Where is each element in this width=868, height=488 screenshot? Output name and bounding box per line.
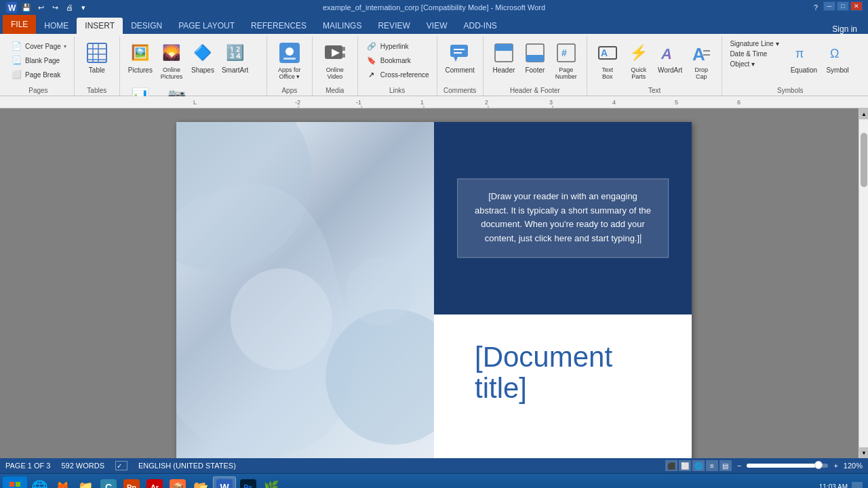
zoom-minus[interactable]: − [737,462,741,470]
zoom-bar[interactable] [747,464,828,468]
taskbar-app6[interactable]: 📦 [167,476,189,489]
page-number-button[interactable]: # PageNumber [551,39,581,81]
cover-page-button[interactable]: 📄 Cover Page ▾ [8,39,68,53]
customize-button[interactable]: ▾ [77,1,90,14]
tab-design[interactable]: DESIGN [123,18,170,34]
online-video-label: OnlineVideo [326,66,344,80]
signature-line-button[interactable]: Signature Line ▾ [728,39,781,48]
taskbar-acrobat[interactable]: Ar [144,476,165,489]
svg-text:-1: -1 [356,99,361,106]
hyperlink-label: Hyperlink [380,43,409,50]
ps-icon: Ps [240,479,256,489]
date-time-button[interactable]: Date & Time [728,49,781,58]
sign-in-button[interactable]: Sign in [824,24,865,34]
footer-button[interactable]: Footer [520,39,550,75]
svg-text:✓: ✓ [117,462,122,470]
view-draft[interactable]: ▤ [719,460,732,471]
maximize-button[interactable]: □ [837,1,849,11]
decoration-circle-4 [346,258,414,325]
zoom-plus[interactable]: + [833,462,837,470]
taskbar-firefox[interactable]: 🦊 [52,476,73,489]
page-break-button[interactable]: ⬜ Page Break [8,68,68,81]
view-print-layout[interactable]: ⬛ [665,460,677,471]
show-desktop-button[interactable] [852,482,863,489]
object-button[interactable]: Object ▾ [728,60,781,68]
table-button[interactable]: Table [80,39,114,75]
close-button[interactable]: ✕ [850,1,863,11]
equation-button[interactable]: π Equation [788,39,820,75]
quick-parts-button[interactable]: ⚡ QuickParts [624,39,654,81]
tab-home[interactable]: HOME [36,18,77,34]
shapes-button[interactable]: 🔷 Shapes [188,39,218,75]
pictures-button[interactable]: 🖼️ Pictures [125,39,155,75]
taskbar-folder[interactable]: 📁 [75,476,96,489]
svg-text:1: 1 [420,99,424,106]
zoom-slider[interactable] [814,461,823,469]
symbol-button[interactable]: Ω Symbol [823,39,852,75]
taskbar-app10[interactable]: 🌿 [260,476,282,489]
taskbar-ie[interactable]: 🌐 [28,476,50,489]
scroll-thumb[interactable] [861,133,867,187]
view-full-screen[interactable]: ⬜ [679,460,691,471]
comment-button[interactable]: Comment [443,39,477,75]
vertical-scrollbar[interactable]: ▲ ▼ [859,108,868,458]
cursor-blink [640,235,641,244]
pages-group-label: Pages [8,85,68,96]
comment-icon [448,41,472,65]
tab-view[interactable]: VIEW [418,18,456,34]
proofing-icon[interactable]: ✓ [115,461,127,470]
cross-reference-button[interactable]: ↗ Cross-reference [363,68,431,81]
quick-parts-label: QuickParts [631,66,646,80]
wordart-button[interactable]: A WordArt [655,39,686,75]
ribbon-group-links: 🔗 Hyperlink 🔖 Bookmark ↗ Cross-reference… [358,37,437,96]
svg-text:π: π [795,47,804,60]
tab-review[interactable]: REVIEW [370,18,418,34]
tab-add-ins[interactable]: ADD-INS [455,18,505,34]
drop-cap-button[interactable]: A DropCap [686,39,716,81]
apps-for-office-button[interactable]: Apps forOffice ▾ [273,39,307,81]
cover-page-icon: 📄 [10,40,22,52]
taskbar-explorer[interactable]: 📂 [190,476,212,489]
tab-mailings[interactable]: MAILINGS [315,18,370,34]
header-button[interactable]: Header [489,39,519,75]
taskbar-word[interactable]: W [213,476,236,489]
taskbar-ppt[interactable]: Pp [121,476,142,489]
minimize-button[interactable]: ─ [823,1,835,11]
help-button[interactable]: ? [810,1,822,14]
word-taskbar-icon: W [216,479,233,489]
blank-page-button[interactable]: 📃 Blank Page [8,54,68,67]
smartart-label: SmartArt [222,66,248,74]
tab-page-layout[interactable]: PAGE LAYOUT [170,18,243,34]
print-button[interactable]: 🖨 [63,1,75,14]
text-group-items: A TextBox ⚡ QuickParts A [593,37,717,85]
smartart-button[interactable]: 🔢 SmartArt [219,39,251,75]
taskbar-app3[interactable]: C [98,476,119,489]
document-title[interactable]: [Document title] [454,328,671,404]
tab-references[interactable]: REFERENCES [243,18,315,34]
header-footer-group-items: Header Footer # PageNumbe [489,37,581,85]
undo-button[interactable]: ↩ [35,1,47,14]
cover-right-page: [Draw your reader in with an engaging ab… [434,122,692,458]
svg-text:W: W [8,3,16,13]
view-web[interactable]: 🌐 [692,460,705,471]
scroll-down-button[interactable]: ▼ [859,447,868,458]
scroll-up-button[interactable]: ▲ [859,108,868,119]
online-pictures-icon: 🌄 [159,41,184,65]
view-buttons: ⬛ ⬜ 🌐 ≡ ▤ [665,460,732,471]
word-icon: W [5,1,18,14]
save-button[interactable]: 💾 [20,1,33,14]
taskbar-ps[interactable]: Ps [237,476,259,489]
text-box-button[interactable]: A TextBox [593,39,623,81]
tab-file[interactable]: FILE [3,15,36,34]
hyperlink-button[interactable]: 🔗 Hyperlink [363,39,431,53]
redo-button[interactable]: ↪ [49,1,61,14]
shapes-icon: 🔷 [191,41,215,65]
tab-insert[interactable]: INSERT [77,18,123,34]
online-pictures-button[interactable]: 🌄 OnlinePictures [157,39,186,81]
abstract-text-box[interactable]: [Draw your reader in with an engaging ab… [457,178,669,258]
online-video-button[interactable]: OnlineVideo [318,39,352,81]
bookmark-button[interactable]: 🔖 Bookmark [363,54,431,67]
start-button[interactable] [3,476,27,489]
view-outline[interactable]: ≡ [706,460,718,471]
comments-group-label: Comments [443,85,477,96]
